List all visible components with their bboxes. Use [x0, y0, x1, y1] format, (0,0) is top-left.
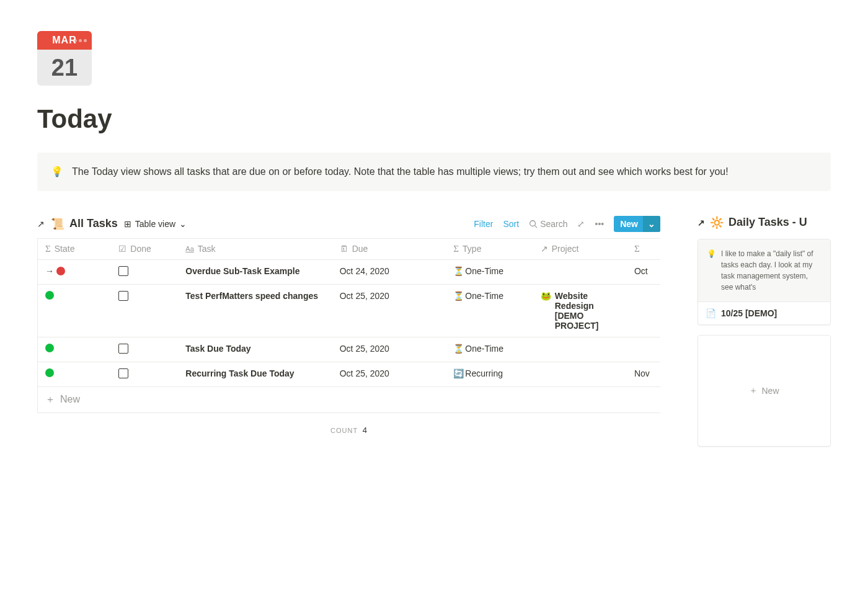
col-header-extra[interactable]: Σ — [627, 238, 660, 259]
tasks-toolbar: Filter Sort Search ⤢ ••• New ⌄ — [474, 216, 660, 232]
col-header-task[interactable]: AaTask — [178, 238, 332, 259]
type-icon: 🔄 — [453, 368, 464, 378]
done-checkbox[interactable] — [118, 368, 128, 378]
task-name[interactable]: Test PerfMatters speed changes — [185, 291, 318, 301]
due-date: Oct 24, 2020 — [340, 266, 389, 276]
arrow-right-icon: → — [45, 266, 54, 276]
search-button[interactable]: Search — [529, 219, 567, 229]
type-icon: ⏳ — [453, 266, 464, 276]
callout-text: The Today view shows all tasks that are … — [72, 164, 728, 180]
type-icon: ⏳ — [453, 344, 464, 354]
table-row[interactable]: → Overdue Sub-Task Example Oct 24, 2020 … — [38, 259, 661, 284]
daily-title[interactable]: Daily Tasks - U — [728, 216, 807, 229]
expand-icon[interactable]: ⤢ — [577, 219, 585, 229]
open-arrow-icon[interactable]: ↗ — [698, 218, 705, 228]
plus-icon: ＋ — [749, 385, 758, 396]
col-header-done[interactable]: ☑Done — [111, 238, 178, 259]
table-icon: ⊞ — [124, 219, 131, 229]
sigma-icon: Σ — [634, 244, 640, 254]
tasks-header: ↗ 📜 All Tasks ⊞ Table view ⌄ Filter Sort… — [37, 216, 660, 232]
col-header-state[interactable]: ΣState — [38, 238, 112, 259]
daily-note: 💡 I like to make a "daily list" of tasks… — [698, 239, 830, 301]
count-summary: COUNT 4 — [37, 413, 660, 447]
text-icon: Aa — [185, 245, 193, 252]
col-header-project[interactable]: ↗Project — [533, 238, 627, 259]
more-icon[interactable]: ••• — [595, 219, 604, 229]
calendar-month: MAR — [52, 35, 76, 46]
sigma-icon: Σ — [45, 244, 51, 254]
count-label: COUNT — [330, 427, 358, 434]
table-row[interactable]: Recurring Task Due Today Oct 25, 2020 🔄R… — [38, 362, 661, 386]
checkbox-icon: ☑ — [118, 244, 126, 254]
sort-button[interactable]: Sort — [503, 219, 519, 229]
search-icon — [529, 220, 538, 228]
daily-item[interactable]: 📄 10/25 [DEMO] — [698, 301, 830, 324]
calendar-small-icon: 🗓 — [340, 244, 348, 254]
due-date: Oct 25, 2020 — [340, 291, 389, 301]
daily-new-label: New — [761, 386, 779, 396]
type-label: One-Time — [465, 266, 503, 276]
filter-button[interactable]: Filter — [474, 219, 493, 229]
type-tag: ⏳One-Time — [453, 344, 525, 354]
all-tasks-database: ↗ 📜 All Tasks ⊞ Table view ⌄ Filter Sort… — [37, 216, 660, 447]
due-date: Oct 25, 2020 — [340, 344, 389, 354]
new-row-button[interactable]: ＋ New — [37, 387, 660, 413]
info-callout: 💡 The Today view shows all tasks that ar… — [37, 153, 831, 191]
sigma-icon: Σ — [453, 244, 459, 254]
daily-new-card[interactable]: ＋ New — [698, 335, 831, 447]
due-date: Oct 25, 2020 — [340, 368, 389, 378]
table-row[interactable]: Task Due Today Oct 25, 2020 ⏳One-Time — [38, 337, 661, 362]
state-cell — [45, 344, 104, 352]
extra-cell: Oct — [634, 266, 648, 276]
sun-icon: 🔆 — [710, 216, 724, 230]
new-button[interactable]: New ⌄ — [614, 216, 660, 232]
svg-line-1 — [535, 225, 538, 228]
project-name: Website Redesign [DEMO PROJECT] — [555, 291, 619, 331]
calendar-icon-top: MAR — [37, 31, 92, 50]
daily-note-text: I like to make a "daily list" of tasks e… — [721, 248, 822, 293]
page-icon[interactable]: MAR 21 — [37, 31, 92, 86]
daily-tasks-database: ↗ 🔆 Daily Tasks - U 💡 I like to make a "… — [698, 216, 831, 447]
type-label: One-Time — [465, 344, 503, 354]
state-cell: → — [45, 266, 104, 276]
open-arrow-icon[interactable]: ↗ — [37, 219, 45, 229]
col-header-type[interactable]: ΣType — [446, 238, 533, 259]
plus-icon: ＋ — [45, 393, 55, 406]
new-row-label: New — [60, 394, 80, 405]
calendar-day: 21 — [51, 55, 78, 81]
task-name[interactable]: Overdue Sub-Task Example — [185, 266, 299, 276]
page-title: Today — [37, 104, 831, 134]
project-icon: 🐸 — [541, 291, 551, 301]
type-label: One-Time — [465, 291, 503, 301]
type-icon: ⏳ — [453, 291, 464, 301]
done-checkbox[interactable] — [118, 291, 128, 301]
svg-point-0 — [530, 220, 536, 226]
daily-card[interactable]: 💡 I like to make a "daily list" of tasks… — [698, 239, 831, 325]
extra-cell: Nov — [634, 368, 650, 378]
project-link[interactable]: 🐸Website Redesign [DEMO PROJECT] — [541, 291, 619, 331]
state-cell — [45, 368, 104, 377]
new-dropdown-caret[interactable]: ⌄ — [643, 216, 660, 232]
status-dot-icon — [45, 291, 54, 300]
tasks-title[interactable]: All Tasks — [69, 217, 118, 230]
daily-item-label: 10/25 [DEMO] — [721, 308, 777, 318]
search-label: Search — [540, 219, 567, 229]
new-label: New — [620, 219, 638, 229]
table-row[interactable]: Test PerfMatters speed changes Oct 25, 2… — [38, 284, 661, 337]
scroll-icon: 📜 — [51, 217, 64, 231]
done-checkbox[interactable] — [118, 266, 128, 276]
state-cell — [45, 291, 104, 300]
task-name[interactable]: Recurring Task Due Today — [185, 368, 294, 378]
tasks-table: ΣState ☑Done AaTask 🗓Due ΣType ↗Project … — [37, 238, 660, 387]
view-label: Table view — [135, 219, 175, 229]
status-dot-icon — [45, 368, 54, 377]
type-tag: ⏳One-Time — [453, 266, 525, 276]
lightbulb-icon: 💡 — [51, 164, 63, 180]
chevron-down-icon: ⌄ — [179, 219, 187, 229]
relation-icon: ↗ — [541, 244, 548, 254]
done-checkbox[interactable] — [118, 344, 128, 354]
task-name[interactable]: Task Due Today — [185, 344, 250, 354]
page-icon: 📄 — [706, 308, 716, 318]
view-selector[interactable]: ⊞ Table view ⌄ — [124, 219, 187, 229]
col-header-due[interactable]: 🗓Due — [332, 238, 446, 259]
